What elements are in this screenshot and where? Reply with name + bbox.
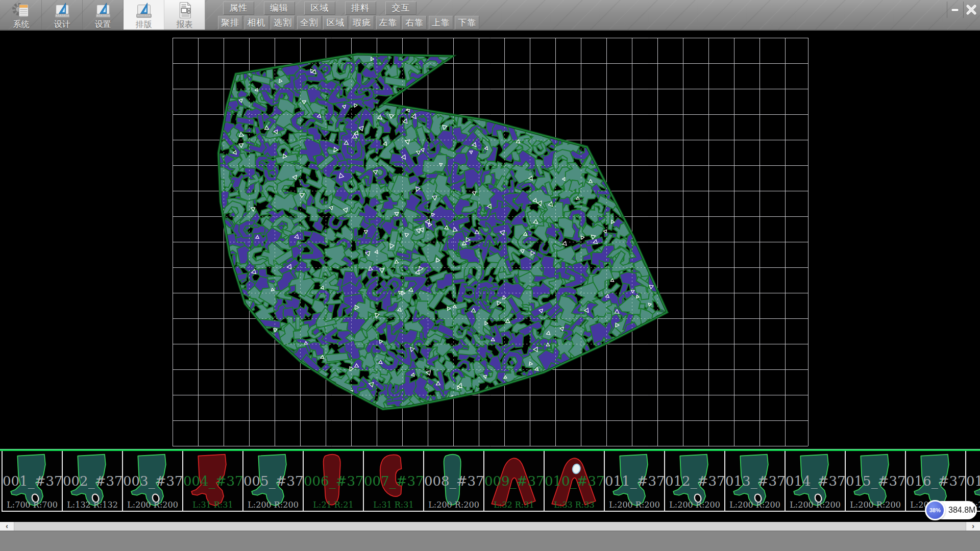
part-size: L:31 R:31 <box>183 500 242 510</box>
title-bar: 系统设计设置排版报表 属性编辑区域排料交互 聚排相机选割全割区域瑕疵左靠右靠上靠… <box>0 0 980 31</box>
part-size: L:700 R:700 <box>3 500 62 510</box>
menu-tab-5[interactable]: 交互 <box>385 2 416 15</box>
part-thumbnail-4[interactable]: 004_#37L:31 R:31 <box>182 451 242 512</box>
part-label: 017_#37 <box>966 473 980 489</box>
part-thumbnail-12[interactable]: 012_#37L:200 R:200 <box>664 451 724 512</box>
part-size: L:33 R:33 <box>545 500 604 510</box>
part-size: L:200 R:200 <box>846 500 905 510</box>
app-button-label: 系统 <box>13 20 30 29</box>
part-size: L:200 R:200 <box>665 500 724 510</box>
part-label: 001_#37 <box>3 473 62 489</box>
system-icon <box>12 1 31 19</box>
nesting-workspace[interactable] <box>0 31 980 450</box>
part-thumbnail-13[interactable]: 013_#37L:200 R:200 <box>724 451 785 512</box>
close-button[interactable] <box>963 2 979 18</box>
progress-circle: 38% <box>925 500 945 520</box>
part-size: L:200 R:200 <box>424 500 483 510</box>
part-thumbnail-9[interactable]: 009_#37L:32 R:31 <box>483 451 544 512</box>
part-size: L:132 R:132 <box>63 500 122 510</box>
part-size: L:32 R:31 <box>484 500 544 510</box>
minimize-button[interactable] <box>947 2 963 18</box>
part-size: L:200 R:200 <box>786 500 845 510</box>
part-label: 006_#37 <box>304 473 363 489</box>
part-label: 010_#37 <box>545 473 604 489</box>
menu-tab-2[interactable]: 编辑 <box>264 2 295 15</box>
scroll-right-button[interactable]: › <box>966 522 980 531</box>
part-thumbnail-3[interactable]: 003_#37L:200 R:200 <box>122 451 182 512</box>
part-thumbnail-6[interactable]: 006_#37L:21 R:21 <box>303 451 363 512</box>
app-button-5[interactable]: 报表 <box>164 0 205 30</box>
tool-button-9[interactable]: 上靠 <box>429 16 453 30</box>
tool-button-2[interactable]: 相机 <box>244 16 269 30</box>
part-label: 016_#37 <box>906 473 965 489</box>
parts-thumbnail-strip: 001_#37L:700 R:700002_#37L:132 R:132003_… <box>0 451 980 513</box>
horizontal-scrollbar[interactable]: ‹ › <box>0 522 980 531</box>
tool-button-5[interactable]: 区域 <box>323 16 348 30</box>
scroll-left-button[interactable]: ‹ <box>0 522 14 531</box>
tool-button-10[interactable]: 下靠 <box>455 16 479 30</box>
app-button-label: 报表 <box>177 20 193 29</box>
part-size: L:200 R:200 <box>605 500 664 510</box>
part-label: 009_#37 <box>484 473 544 489</box>
tool-button-8[interactable]: 右靠 <box>402 16 427 30</box>
part-label: 012_#37 <box>665 473 724 489</box>
menu-tab-4[interactable]: 排料 <box>345 2 376 15</box>
nesting-canvas[interactable] <box>0 31 980 450</box>
part-label: 011_#37 <box>605 473 664 489</box>
part-size: L:200 R:200 <box>725 500 785 510</box>
part-size: L:200 R:200 <box>123 500 182 510</box>
part-size: L:31 R:31 <box>364 500 423 510</box>
progress-value: 38% <box>929 507 941 513</box>
part-thumbnail-5[interactable]: 005_#37L:200 R:200 <box>242 451 303 512</box>
part-label: 005_#37 <box>243 473 303 489</box>
menu-tab-3[interactable]: 区域 <box>304 2 335 15</box>
app-button-4[interactable]: 排版 <box>124 0 164 30</box>
part-label: 014_#37 <box>786 473 845 489</box>
design-icon <box>53 1 72 19</box>
app-button-3[interactable]: 设置 <box>83 0 124 30</box>
part-label: 002_#37 <box>63 473 122 489</box>
part-thumbnail-15[interactable]: 015_#37L:200 R:200 <box>845 451 905 512</box>
part-thumbnail-1[interactable]: 001_#37L:700 R:700 <box>2 451 62 512</box>
part-thumbnail-10[interactable]: 010_#37L:33 R:33 <box>544 451 604 512</box>
part-size: L:200 R:200 <box>243 500 303 510</box>
part-thumbnail-11[interactable]: 011_#37L:200 R:200 <box>604 451 664 512</box>
app-button-label: 设计 <box>54 20 70 29</box>
close-icon <box>965 4 977 16</box>
progress-badge: 384.8M 38% <box>925 500 977 520</box>
part-label: 003_#37 <box>123 473 182 489</box>
app-button-label: 设置 <box>95 20 111 29</box>
app-button-1[interactable]: 系统 <box>1 0 42 30</box>
memory-value: 384.8M <box>948 501 975 519</box>
part-size: L:21 R:21 <box>304 500 363 510</box>
tool-button-3[interactable]: 选割 <box>271 16 295 30</box>
minimize-icon <box>950 5 960 15</box>
settings-icon <box>93 1 113 19</box>
tool-button-7[interactable]: 左靠 <box>376 16 401 30</box>
tool-button-1[interactable]: 聚排 <box>218 16 242 30</box>
menu-tab-1[interactable]: 属性 <box>223 2 254 15</box>
part-label: 007_#37 <box>364 473 423 489</box>
app-button-2[interactable]: 设计 <box>42 0 83 30</box>
tool-button-4[interactable]: 全割 <box>297 16 322 30</box>
part-label: 004_#37 <box>183 473 242 489</box>
tool-button-6[interactable]: 瑕疵 <box>350 16 374 30</box>
part-thumbnail-8[interactable]: 008_#37L:200 R:200 <box>423 451 483 512</box>
part-label: 013_#37 <box>725 473 785 489</box>
part-label: 008_#37 <box>424 473 483 489</box>
part-label: 015_#37 <box>846 473 905 489</box>
status-bar <box>0 531 980 551</box>
layout-icon <box>134 1 154 19</box>
report-icon <box>175 1 194 19</box>
part-thumbnail-14[interactable]: 014_#37L:200 R:200 <box>785 451 845 512</box>
scrollbar-track[interactable] <box>14 522 966 531</box>
part-thumbnail-7[interactable]: 007_#37L:31 R:31 <box>363 451 423 512</box>
app-button-label: 排版 <box>136 20 152 29</box>
part-thumbnail-2[interactable]: 002_#37L:132 R:132 <box>62 451 122 512</box>
